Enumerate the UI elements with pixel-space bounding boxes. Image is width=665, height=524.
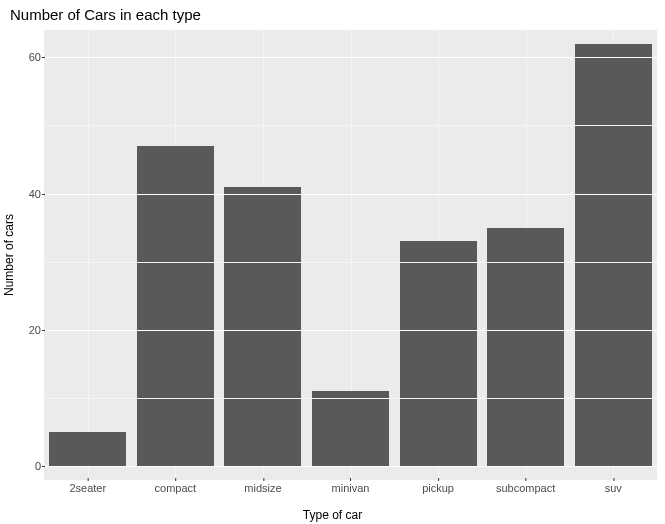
x-tick-label: suv <box>605 482 622 494</box>
grid-minor <box>44 398 657 399</box>
y-tick-label: 40 <box>5 188 41 200</box>
x-tick-label: minivan <box>332 482 370 494</box>
x-tick-label: pickup <box>422 482 454 494</box>
chart-container: Number of Cars in each type Number of ca… <box>0 0 665 524</box>
y-axis-label: Number of cars <box>2 173 16 255</box>
grid-minor <box>44 262 657 263</box>
bar <box>575 44 652 467</box>
grid-major <box>44 466 657 467</box>
x-tick-label: midsize <box>244 482 281 494</box>
chart-title: Number of Cars in each type <box>10 6 201 23</box>
y-tick-label: 0 <box>5 460 41 472</box>
bar <box>487 228 564 467</box>
bars-layer <box>44 30 657 480</box>
x-axis-label: Type of car <box>0 508 665 522</box>
bar <box>49 432 126 466</box>
bar <box>224 187 301 467</box>
grid-minor <box>44 125 657 126</box>
bar <box>400 241 477 466</box>
plot-panel <box>44 30 657 480</box>
grid-major <box>44 330 657 331</box>
bar <box>312 391 389 466</box>
y-tick-label: 20 <box>5 324 41 336</box>
x-tick-label: compact <box>155 482 197 494</box>
x-tick-label: subcompact <box>496 482 555 494</box>
grid-major <box>44 194 657 195</box>
y-tick-label: 60 <box>5 51 41 63</box>
x-tick-label: 2seater <box>69 482 106 494</box>
grid-major <box>44 57 657 58</box>
